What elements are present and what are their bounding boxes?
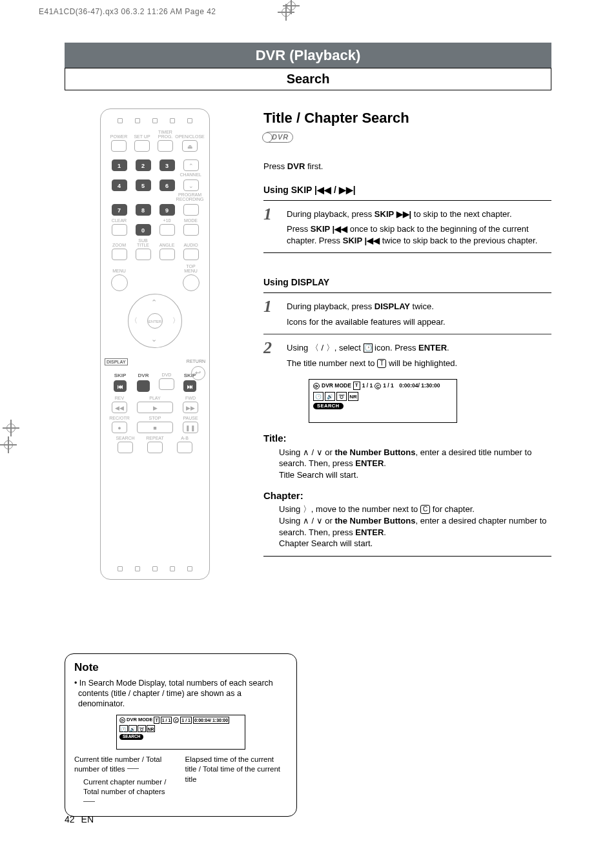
- step-text: During playback, press DISPLAY twice. Ic…: [287, 298, 551, 331]
- intro-text: Press DVR first.: [263, 161, 551, 172]
- remote-illustration: POWER SET UP TIMER PROG. OPEN/CLOSE⏏ 1 2…: [100, 108, 210, 580]
- dvr-badge-icon: DVR: [263, 132, 293, 143]
- step-number: 1: [263, 206, 279, 251]
- section-subbanner: Search: [65, 68, 551, 90]
- section-banner: DVR (Playback): [65, 43, 551, 68]
- crop-mark-bottom: [283, 0, 300, 14]
- chapter-block: Chapter: Using 〉, move to the number nex…: [263, 489, 551, 549]
- t-icon: T: [377, 359, 386, 368]
- title-block: Title: Using ∧ / ∨ or the Number Buttons…: [263, 432, 551, 480]
- step-number: 1: [263, 298, 279, 331]
- note-osd: ⟳DVR MODE T1 / 1 C1 / 1 0:00:04/ 1:30:00…: [116, 715, 245, 750]
- print-meta: E41A1CD(36-47).qx3 06.3.2 11:26 AM Page …: [39, 6, 216, 17]
- step-text: Using 〈 / 〉, select icon. Press ENTER. T…: [287, 340, 551, 373]
- c-icon: C: [420, 505, 430, 514]
- clock-icon: [364, 343, 373, 353]
- using-display-heading: Using DISPLAY: [263, 276, 551, 289]
- note-box: Note • In Search Mode Display, total num…: [65, 653, 297, 817]
- crop-mark-right: [0, 436, 17, 453]
- using-skip-heading: Using SKIP |◀◀ / ▶▶|: [263, 184, 551, 196]
- step-text: During playback, press SKIP ▶▶| to skip …: [287, 206, 551, 251]
- osd-display: ⟳DVR MODE T1 / 1 C1 / 1 0:00:04/ 1:30:00…: [309, 379, 457, 423]
- section-title: Title / Chapter Search: [263, 108, 551, 128]
- page: E41A1CD(36-47).qx3 06.3.2 11:26 AM Page …: [0, 0, 616, 849]
- step-number: 2: [263, 340, 279, 373]
- crop-mark-left: [3, 420, 19, 436]
- page-number: 42EN: [65, 813, 94, 826]
